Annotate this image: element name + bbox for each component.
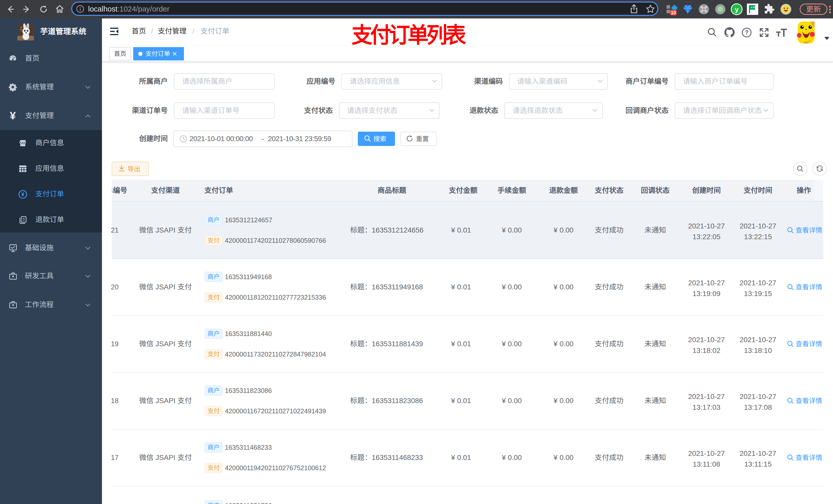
svg-text:?: ?	[745, 29, 748, 36]
svg-text:¥: ¥	[21, 191, 24, 197]
svg-text:y: y	[735, 6, 739, 13]
svg-text:10: 10	[671, 10, 676, 15]
